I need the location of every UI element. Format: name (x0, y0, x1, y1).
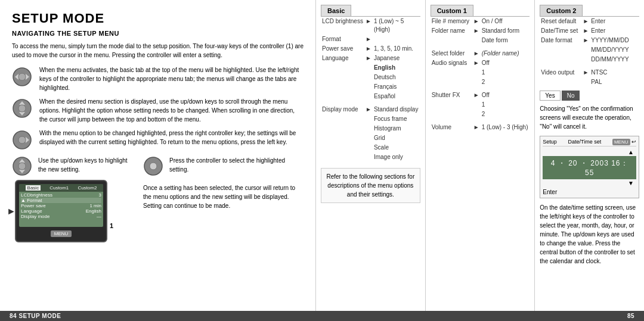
lcd-label: LCD brightness (321, 17, 364, 35)
dateformat-label: Date format (540, 36, 581, 45)
instruction-1: When the menu activates, the basic tab a… (12, 66, 304, 92)
volume-label: Volume (431, 123, 472, 132)
screen-format: ▲ Format (21, 198, 42, 203)
basic-tab[interactable]: Basic (321, 5, 351, 16)
powersave-label: Power save (321, 44, 364, 54)
language-label: Language (321, 54, 364, 63)
datetime-header-setup: Setup (543, 139, 557, 145)
svg-point-3 (18, 73, 26, 80)
section-subtitle: NAVIGATING THE SETUP MENU (12, 30, 304, 37)
page-title: SETUP MODE (12, 11, 304, 26)
screen-tab-custom2: Custom2 (78, 185, 97, 191)
confirmation-text: Choosing "Yes" on the confirmation scree… (540, 104, 639, 131)
datetime-box: Setup Date/Time set MENU ↩ ▲ 4 ・ 20 ・ 20… (540, 136, 639, 198)
screen-lcd: LCDbrightness (21, 192, 52, 198)
number-1-label: 1 (110, 222, 113, 229)
once-selected-text: Once a setting has been selected, the cu… (143, 183, 304, 210)
filemem-label: File # memory (431, 17, 472, 27)
datetime-up-arrow: ▲ (543, 148, 636, 156)
screen-tab-basic: Basic (26, 185, 41, 191)
controller-select-icon (143, 156, 166, 177)
press-label: Press the controller to select the highl… (169, 156, 304, 174)
selectfolder-value: (Folder name) (481, 49, 530, 58)
resetdefault-label: Reset default (540, 17, 581, 27)
bottom-left: 84 SETUP MODE (10, 313, 61, 319)
datetime-back-icon: ↩ (631, 139, 636, 145)
datetime-value: 4 ・ 20 ・ 2003 16：55 (543, 156, 636, 179)
screen-display: Display mode (21, 214, 49, 219)
svg-point-7 (18, 105, 26, 112)
controller-up-down-icon (12, 98, 35, 120)
instruction-3: With the menu option to be changed highl… (12, 129, 304, 151)
datetimeset-label: Date/Time set (540, 26, 581, 36)
basic-menu-column: Basic LCD brightness ► 1 (Low) ~ 5 (High… (316, 0, 426, 311)
bottom-right: 85 (627, 313, 634, 319)
format-label: Format (321, 35, 364, 44)
arrow-indicator: ► (7, 206, 16, 217)
svg-point-14 (18, 163, 26, 170)
menu-button-label: MENU (51, 230, 72, 237)
custom1-tab[interactable]: Custom 1 (431, 5, 473, 16)
bottom-bar: 84 SETUP MODE 85 (0, 311, 644, 321)
lcd-value: 1 (Low) ~ 5 (High) (373, 17, 420, 35)
datetime-down-arrow: ▼ (543, 179, 636, 187)
controller-highlight-icon (12, 156, 35, 177)
audiosignals-label: Audio signals (431, 58, 472, 68)
custom2-menu-column: Custom 2 Reset default ► Enter Date/Time… (535, 0, 644, 311)
instruction-2: When the desired menu section is display… (12, 97, 304, 124)
svg-point-10 (18, 136, 26, 144)
screen-tab-custom1: Custom1 (49, 185, 69, 191)
refer-text: Refer to the following sections for desc… (325, 172, 416, 199)
screen-language: Language (21, 208, 42, 214)
controller-right-icon (12, 130, 35, 151)
yes-button[interactable]: Yes (540, 91, 560, 101)
powersave-value: 1, 3, 5, 10 min. (373, 44, 420, 54)
screen-powersave: Power save (21, 203, 46, 208)
videooutput-label: Video output (540, 68, 581, 77)
svg-point-16 (150, 163, 157, 170)
selectfolder-label: Select folder (431, 49, 472, 58)
custom2-tab[interactable]: Custom 2 (540, 5, 583, 16)
language-english: English (373, 63, 420, 73)
datetime-menu-badge: MENU (612, 139, 630, 145)
displaymode-label: Display mode (321, 105, 364, 114)
datetime-enter: Enter (543, 189, 636, 195)
datetime-header-mid: Date/Time set (568, 139, 602, 145)
instruction-text-3: With the menu option to be changed highl… (39, 129, 304, 147)
no-button[interactable]: No (562, 91, 580, 101)
highlight-label: Use the up/down keys to highlight the ne… (38, 156, 137, 174)
left-panel: SETUP MODE NAVIGATING THE SETUP MENU To … (0, 0, 316, 311)
intro-text: To access the menu, simply turn the mode… (12, 42, 304, 60)
instruction-text-2: When the desired menu section is display… (39, 97, 304, 124)
right-panel: Basic LCD brightness ► 1 (Low) ~ 5 (High… (316, 0, 644, 311)
controller-left-right-icon (12, 67, 35, 88)
shutterfx-label: Shutter FX (431, 91, 472, 100)
yes-no-row: Yes No (540, 91, 639, 101)
foldername-label: Folder name (431, 26, 472, 36)
datetime-desc: On the date/time setting screen, use the… (540, 203, 639, 266)
custom1-menu-column: Custom 1 File # memory ► On / Off Folder… (426, 0, 535, 311)
instruction-text-1: When the menu activates, the basic tab a… (39, 66, 304, 92)
